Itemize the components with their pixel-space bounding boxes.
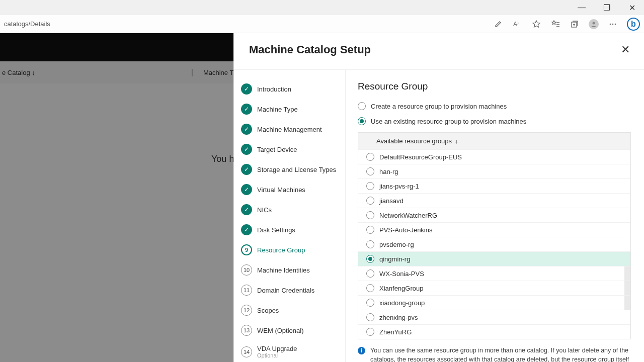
- modal-header: Machine Catalog Setup ✕: [234, 33, 644, 69]
- minimize-icon: —: [578, 3, 586, 12]
- step-label: Target Device: [257, 146, 297, 153]
- step-label: VDA UpgradeOptional: [257, 345, 297, 358]
- resource-group-table-header[interactable]: Available resource groups ↓: [358, 133, 630, 149]
- collections-icon[interactable]: [570, 19, 580, 29]
- resource-group-row[interactable]: WX-Sonia-PVS: [358, 266, 630, 281]
- radio-icon: [358, 102, 366, 110]
- radio-icon: [366, 182, 374, 190]
- wizard-step-machine-identities[interactable]: 10Machine Identities: [239, 260, 340, 280]
- step-label: NICs: [257, 206, 272, 214]
- modal-close-button[interactable]: ✕: [621, 43, 630, 56]
- step-label: Machine Identities: [257, 266, 310, 274]
- step-label: Storage and License Types: [257, 166, 336, 173]
- resource-group-name: XianfengGroup: [379, 285, 423, 292]
- wizard-step-resource-group[interactable]: 9Resource Group: [239, 240, 340, 260]
- radio-icon: [366, 255, 374, 263]
- step-number-badge: 13: [241, 325, 252, 336]
- radio-icon: [366, 313, 374, 321]
- window-restore-button[interactable]: ❐: [599, 2, 615, 14]
- option-create-label: Create a resource group to provision mac…: [371, 103, 507, 110]
- step-label: Virtual Machines: [257, 186, 305, 194]
- step-check-icon: ✓: [241, 204, 252, 215]
- favorites-list-icon[interactable]: [550, 19, 560, 29]
- wizard-step-nics[interactable]: ✓NICs: [239, 200, 340, 220]
- wizard-step-wem-optional-[interactable]: 13WEM (Optional): [239, 320, 340, 340]
- wizard-step-target-device[interactable]: ✓Target Device: [239, 139, 340, 159]
- wizard-step-domain-credentials[interactable]: 11Domain Credentials: [239, 280, 340, 300]
- modal-title: Machine Catalog Setup: [249, 43, 371, 56]
- step-label: Disk Settings: [257, 226, 295, 234]
- url-fragment: catalogs/Details: [4, 20, 50, 28]
- svg-point-5: [615, 23, 616, 25]
- step-label: Introduction: [257, 85, 291, 93]
- resource-group-name: WX-Sonia-PVS: [379, 270, 424, 278]
- favorite-star-icon[interactable]: [531, 19, 541, 29]
- radio-icon: [366, 211, 374, 219]
- wizard-step-disk-settings[interactable]: ✓Disk Settings: [239, 220, 340, 240]
- notes-icon[interactable]: [493, 19, 503, 29]
- resource-group-name: NetworkWatcherRG: [379, 212, 437, 219]
- step-number-badge: 14: [241, 346, 252, 357]
- browser-actions: A⁾ b: [493, 18, 640, 31]
- wizard-step-vda-upgrade[interactable]: 14VDA UpgradeOptional: [239, 340, 340, 362]
- content-heading: Resource Group: [358, 81, 631, 92]
- step-label: Resource Group: [257, 246, 305, 254]
- resource-group-row[interactable]: qingmin-rg: [358, 251, 630, 266]
- resource-group-name: zhenxing-pvs: [379, 314, 418, 321]
- radio-icon: [366, 240, 374, 248]
- wizard-sidebar: ✓Introduction✓Machine Type✓Machine Manag…: [234, 70, 346, 362]
- wizard-step-virtual-machines[interactable]: ✓Virtual Machines: [239, 179, 340, 200]
- window-titlebar: — ❐ ✕: [0, 0, 644, 15]
- resource-group-name: jians-pvs-rg-1: [379, 183, 419, 190]
- resource-group-row[interactable]: zhenxing-pvs: [358, 310, 630, 324]
- step-check-icon: ✓: [241, 224, 252, 235]
- radio-icon: [366, 226, 374, 234]
- wizard-step-machine-type[interactable]: ✓Machine Type: [239, 99, 340, 119]
- resource-group-name: xiaodong-group: [379, 299, 425, 307]
- info-note: i You can use the same resource group in…: [358, 346, 631, 362]
- step-number-badge: 9: [241, 244, 252, 255]
- radio-icon: [366, 328, 374, 336]
- resource-group-name: pvsdemo-rg: [379, 241, 414, 248]
- window-close-button[interactable]: ✕: [624, 2, 640, 14]
- bing-chat-icon[interactable]: b: [627, 18, 640, 31]
- step-label: Domain Credentials: [257, 287, 314, 294]
- wizard-step-storage-and-license-types[interactable]: ✓Storage and License Types: [239, 159, 340, 179]
- more-icon[interactable]: [608, 19, 618, 29]
- wizard-step-scopes[interactable]: 12Scopes: [239, 300, 340, 320]
- resource-group-name: PVS-Auto-Jenkins: [379, 226, 433, 234]
- resource-group-table: Available resource groups ↓ DefaultResou…: [358, 132, 631, 339]
- resource-group-row[interactable]: DefaultResourceGroup-EUS: [358, 149, 630, 164]
- wizard-step-machine-management[interactable]: ✓Machine Management: [239, 119, 340, 139]
- step-check-icon: ✓: [241, 184, 252, 195]
- browser-toolbar: catalogs/Details A⁾ b: [0, 15, 644, 33]
- svg-point-3: [610, 23, 611, 25]
- option-existing-label: Use an existing resource group to provis…: [371, 118, 526, 125]
- step-label: Scopes: [257, 307, 279, 314]
- resource-group-row[interactable]: xiaodong-group: [358, 295, 630, 310]
- resource-group-row[interactable]: NetworkWatcherRG: [358, 208, 630, 222]
- wizard-step-introduction[interactable]: ✓Introduction: [239, 79, 340, 99]
- option-use-existing-resource-group[interactable]: Use an existing resource group to provis…: [358, 117, 631, 125]
- radio-icon: [366, 197, 374, 205]
- resource-group-row[interactable]: jiansavd: [358, 193, 630, 208]
- step-check-icon: ✓: [241, 144, 252, 155]
- profile-avatar-icon[interactable]: [589, 19, 599, 29]
- read-aloud-icon[interactable]: A⁾: [512, 19, 522, 29]
- radio-icon: [358, 117, 366, 125]
- info-text: You can use the same resource group in m…: [370, 346, 631, 362]
- window-minimize-button[interactable]: —: [574, 2, 590, 14]
- resource-group-row[interactable]: pvsdemo-rg: [358, 237, 630, 251]
- resource-group-row[interactable]: PVS-Auto-Jenkins: [358, 222, 630, 237]
- step-label: WEM (Optional): [257, 327, 303, 334]
- radio-icon: [366, 167, 374, 175]
- resource-group-name: qingmin-rg: [379, 255, 410, 263]
- resource-group-row[interactable]: han-rg: [358, 164, 630, 178]
- resource-group-row[interactable]: XianfengGroup: [358, 281, 630, 295]
- restore-icon: ❐: [603, 3, 610, 13]
- resource-group-row[interactable]: ZhenYuRG: [358, 324, 630, 339]
- resource-group-row[interactable]: jians-pvs-rg-1: [358, 178, 630, 193]
- option-create-resource-group[interactable]: Create a resource group to provision mac…: [358, 102, 631, 110]
- resource-group-name: han-rg: [379, 168, 398, 175]
- svg-text:A⁾: A⁾: [513, 21, 519, 28]
